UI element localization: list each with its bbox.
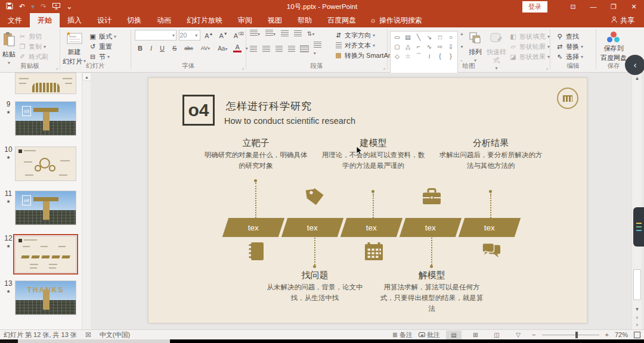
thumbnail-slide-8-partial[interactable] <box>15 73 76 94</box>
tab-animations[interactable]: 动画 <box>149 13 179 27</box>
shape-icon[interactable]: ◇ <box>392 51 402 61</box>
screen-recorder-overlay[interactable] <box>633 207 644 247</box>
clipboard-dialog-launcher-icon[interactable]: ⌟ <box>55 65 58 70</box>
slide-title-cn[interactable]: 怎样进行科学研究 <box>226 99 312 113</box>
proofing-icon[interactable]: ☒ <box>85 331 91 339</box>
shape-icon[interactable]: ⌒ <box>413 51 424 61</box>
shapes-scroll-up-icon[interactable]: ▲ <box>460 32 464 36</box>
shape-icon[interactable]: ▢ <box>392 42 402 51</box>
strikethrough-button[interactable]: S <box>171 45 178 52</box>
shape-icon[interactable]: } <box>445 51 456 61</box>
step-block-1[interactable]: 立靶子 明确研究的对象是什么，明确具体的研究对象 <box>203 138 308 172</box>
minimize-button[interactable]: — <box>583 0 603 13</box>
tab-help[interactable]: 帮助 <box>290 13 320 27</box>
paragraph-dialog-launcher-icon[interactable]: ⌟ <box>383 65 385 70</box>
shape-icon[interactable]: ⌐ <box>413 42 424 51</box>
thumb-scroll-up-icon[interactable]: ▲ <box>82 73 91 81</box>
restore-button[interactable]: ❐ <box>603 0 624 13</box>
reading-view-button[interactable]: ◫ <box>489 330 504 339</box>
replace-button[interactable]: ⇄ 替换 ▾ <box>555 42 596 52</box>
next-slide-icon[interactable]: » <box>633 320 642 329</box>
character-spacing-button[interactable]: AV▾ <box>199 45 212 51</box>
banner-1[interactable]: tex <box>222 218 284 237</box>
banner-5[interactable]: tex <box>459 218 521 237</box>
language-indicator[interactable]: 中文(中国) <box>100 330 130 339</box>
zoom-percentage[interactable]: 72% <box>615 331 628 338</box>
shape-icon[interactable]: ╲ <box>413 32 424 42</box>
banner-4[interactable]: tex <box>400 218 462 237</box>
vertical-scrollbar[interactable]: ▲ ▼ « » <box>631 73 642 329</box>
shape-icon[interactable]: △ <box>402 42 413 51</box>
select-button[interactable]: ⇖ 选择 ▾ <box>555 52 596 62</box>
scroll-down-icon[interactable]: ▼ <box>633 305 642 314</box>
ribbon-display-options-icon[interactable]: ⊡ <box>563 0 583 13</box>
font-dialog-launcher-icon[interactable]: ⌟ <box>242 65 244 70</box>
tab-transitions[interactable]: 切换 <box>119 13 149 27</box>
columns-icon[interactable] <box>301 46 308 52</box>
shape-icon[interactable]: ↘ <box>424 32 435 42</box>
align-text-button[interactable]: 对齐文本 ▾ <box>334 40 396 51</box>
numbering-icon[interactable]: ▾ <box>265 30 275 37</box>
step-block-3[interactable]: 建模型 用理论，不会的就可以查资料，数学的方法是最严谨的 <box>321 138 426 172</box>
shape-icon[interactable]: { <box>435 51 445 61</box>
increase-indent-icon[interactable] <box>294 30 302 36</box>
start-slideshow-icon[interactable] <box>52 2 60 11</box>
tell-me-search[interactable]: ☼ 操作说明搜索 <box>364 13 428 27</box>
thumbnail-scrollbar[interactable]: ▲ <box>82 73 91 329</box>
drawing-dialog-launcher-icon[interactable]: ⌟ <box>546 65 548 70</box>
comments-button[interactable]: 批注 <box>419 330 440 339</box>
shape-icon[interactable]: ▤ <box>402 32 413 42</box>
align-left-icon[interactable] <box>250 46 257 52</box>
zoom-in-button[interactable]: + <box>605 331 609 338</box>
shapes-scroll-down-icon[interactable]: ▼ <box>460 45 464 49</box>
shrink-font-icon[interactable]: A▼ <box>217 32 229 39</box>
tab-home[interactable]: 开始 <box>30 13 60 27</box>
convert-to-smartart-button[interactable]: 转换为 SmartArt ▾ <box>334 51 396 61</box>
share-button[interactable]: 共享 <box>602 13 644 27</box>
shape-icon[interactable]: ⇨ <box>435 42 445 51</box>
collapse-ribbon-button[interactable]: ‹ <box>625 55 644 75</box>
find-button[interactable]: ⚲ 查找 <box>555 32 596 42</box>
layout-button[interactable]: ▣ 版式 ▾ <box>88 32 116 42</box>
tab-insert[interactable]: 插入 <box>60 13 89 27</box>
change-case-button[interactable]: Aa▾ <box>216 45 229 52</box>
save-icon[interactable] <box>6 2 13 11</box>
tab-file[interactable]: 文件 <box>0 13 30 27</box>
banner-3[interactable]: tex <box>340 218 402 237</box>
shape-icon[interactable]: ⇩ <box>445 42 456 51</box>
section-button[interactable]: ⊟ 节 ▾ <box>88 52 116 62</box>
line-spacing-icon[interactable]: ⇅▾ <box>307 30 314 37</box>
step-block-2[interactable]: 找问题 从未解决的问题，背景，论文中找，从生活中找 <box>262 270 367 304</box>
font-size-combo[interactable]: ▾ <box>179 30 200 40</box>
login-button[interactable]: 登录 <box>522 1 547 13</box>
tab-view[interactable]: 视图 <box>260 13 290 27</box>
shape-icon[interactable]: ☆ <box>402 51 413 61</box>
undo-icon[interactable]: ↶ <box>19 3 25 10</box>
step-block-5[interactable]: 分析结果 求解出问题后，要分析所解决的方法与其他方法的 <box>438 138 543 172</box>
tab-slideshow[interactable]: 幻灯片放映 <box>179 13 230 27</box>
bullets-icon[interactable]: ▾ <box>250 30 260 37</box>
section-number-box[interactable]: o4 <box>182 95 215 126</box>
tab-baidu-netdisk[interactable]: 百度网盘 <box>320 13 364 27</box>
shape-icon[interactable]: ○ <box>445 32 456 42</box>
thumbnail-slide-10[interactable] <box>15 146 76 181</box>
text-shadow-button[interactable]: abc <box>182 45 195 51</box>
font-name-input[interactable] <box>135 32 172 39</box>
zoom-slider-thumb[interactable] <box>575 332 578 338</box>
underline-button[interactable]: U <box>158 45 166 52</box>
shape-icon[interactable]: □ <box>435 32 445 42</box>
decrease-indent-icon[interactable] <box>281 30 289 36</box>
scrollbar-thumb[interactable] <box>633 269 641 300</box>
font-name-combo[interactable]: ▾ <box>135 30 177 40</box>
zoom-out-button[interactable]: − <box>532 331 535 338</box>
align-right-icon[interactable] <box>275 46 283 52</box>
grow-font-icon[interactable]: A▲ <box>203 32 215 39</box>
thumbnail-slide-9[interactable]: o3 <box>15 101 76 136</box>
clear-formatting-icon[interactable]: A⌫ <box>232 32 246 39</box>
slide-title-en[interactable]: How to conduct scientific research <box>224 116 355 126</box>
text-direction-button[interactable]: ⇵ 文字方向 ▾ <box>334 30 396 40</box>
justify-icon[interactable] <box>288 46 295 52</box>
shape-icon[interactable]: ≀ <box>424 51 435 61</box>
slide-canvas[interactable]: o4 怎样进行科学研究 How to conduct scientific re… <box>148 77 587 323</box>
shape-icon[interactable]: ▭ <box>392 32 402 42</box>
